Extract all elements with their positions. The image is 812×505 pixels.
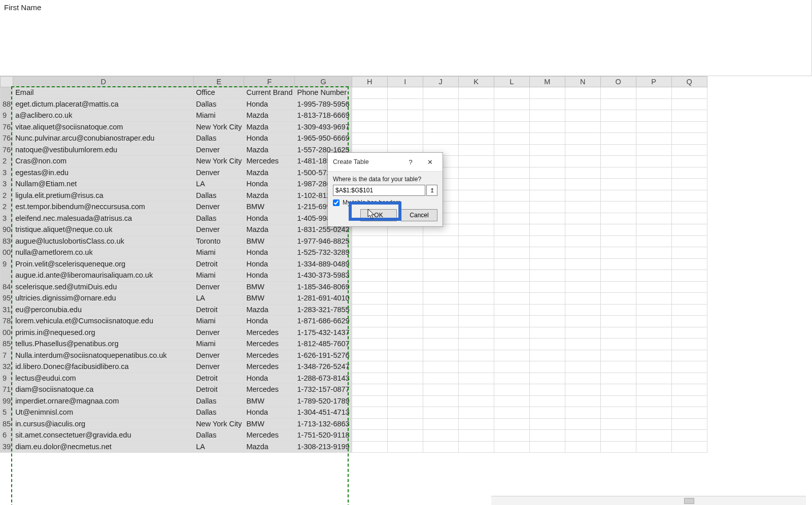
row-header[interactable]: 31 — [1, 304, 13, 316]
empty-cell[interactable] — [387, 121, 423, 133]
table-cell[interactable]: 1-185-346-8069 — [295, 281, 352, 293]
empty-cell[interactable] — [671, 395, 707, 407]
empty-cell[interactable] — [352, 235, 387, 247]
empty-cell[interactable] — [565, 156, 600, 167]
empty-cell[interactable] — [671, 179, 707, 190]
row-header[interactable]: 7 — [1, 350, 13, 361]
table-cell[interactable]: lectus@eudui.com — [13, 373, 194, 384]
empty-cell[interactable] — [423, 407, 458, 419]
table-cell[interactable]: eleifend.nec.malesuada@atrisus.ca — [13, 213, 194, 224]
table-cell[interactable]: a@aclibero.co.uk — [13, 110, 194, 122]
empty-cell[interactable] — [671, 235, 707, 247]
table-cell[interactable]: 1-995-789-5956 — [295, 98, 352, 110]
column-header-G[interactable]: G — [295, 77, 352, 87]
empty-cell[interactable] — [529, 87, 565, 99]
column-header-J[interactable]: J — [423, 77, 458, 87]
empty-cell[interactable] — [494, 384, 529, 396]
empty-cell[interactable] — [636, 373, 671, 384]
empty-cell[interactable] — [529, 407, 565, 419]
empty-cell[interactable] — [387, 418, 423, 430]
table-cell[interactable]: augue.id.ante@liberomaurisaliquam.co.uk — [13, 270, 194, 282]
empty-cell[interactable] — [458, 441, 494, 453]
empty-cell[interactable] — [600, 213, 636, 224]
formula-bar-text[interactable]: First Name — [0, 0, 811, 15]
empty-cell[interactable] — [423, 316, 458, 327]
table-cell[interactable]: Miami — [194, 247, 244, 259]
empty-cell[interactable] — [671, 110, 707, 122]
table-cell[interactable]: Honda — [244, 407, 295, 419]
table-cell[interactable]: New York City — [194, 121, 244, 133]
row-header[interactable]: 9 — [1, 373, 13, 384]
empty-cell[interactable] — [671, 316, 707, 327]
empty-cell[interactable] — [600, 258, 636, 270]
empty-cell[interactable] — [387, 395, 423, 407]
column-header-D[interactable]: D — [13, 77, 194, 87]
empty-cell[interactable] — [458, 213, 494, 224]
empty-cell[interactable] — [600, 418, 636, 430]
table-cell[interactable]: Dallas — [194, 98, 244, 110]
column-header-F[interactable]: F — [244, 77, 295, 87]
empty-cell[interactable] — [494, 98, 529, 110]
table-cell[interactable]: 1-626-191-5276 — [295, 350, 352, 361]
empty-cell[interactable] — [494, 190, 529, 201]
table-cell[interactable]: Toronto — [194, 235, 244, 247]
table-cell[interactable]: New York City — [194, 156, 244, 167]
empty-cell[interactable] — [458, 133, 494, 145]
empty-cell[interactable] — [352, 395, 387, 407]
empty-cell[interactable] — [600, 373, 636, 384]
empty-cell[interactable] — [600, 316, 636, 327]
table-cell[interactable]: Mazda — [244, 144, 295, 156]
empty-cell[interactable] — [352, 316, 387, 327]
table-cell[interactable]: Detroit — [194, 258, 244, 270]
empty-cell[interactable] — [671, 258, 707, 270]
table-cell[interactable]: Denver — [194, 350, 244, 361]
table-cell[interactable]: id.libero.Donec@facibusidlibero.ca — [13, 361, 194, 373]
empty-cell[interactable] — [671, 304, 707, 316]
empty-cell[interactable] — [636, 430, 671, 442]
row-header[interactable]: 76 — [1, 133, 13, 145]
empty-cell[interactable] — [529, 121, 565, 133]
row-header[interactable]: 95 — [1, 293, 13, 305]
empty-cell[interactable] — [458, 373, 494, 384]
table-header-cell[interactable]: Current Brand — [244, 87, 295, 99]
empty-cell[interactable] — [565, 121, 600, 133]
empty-cell[interactable] — [494, 156, 529, 167]
table-cell[interactable]: ultricies.dignissim@ornare.edu — [13, 293, 194, 305]
empty-cell[interactable] — [600, 350, 636, 361]
empty-cell[interactable] — [494, 224, 529, 236]
empty-cell[interactable] — [671, 133, 707, 145]
empty-cell[interactable] — [458, 110, 494, 122]
empty-cell[interactable] — [529, 418, 565, 430]
empty-cell[interactable] — [529, 384, 565, 396]
table-header-cell[interactable]: Phone Number — [295, 87, 352, 99]
table-cell[interactable]: est.tempor.bibendum@neccursusa.com — [13, 201, 194, 213]
dialog-help-button[interactable]: ? — [401, 156, 420, 168]
table-cell[interactable]: Ut@enimnisl.com — [13, 407, 194, 419]
empty-cell[interactable] — [494, 179, 529, 190]
empty-cell[interactable] — [494, 373, 529, 384]
table-cell[interactable]: 1-304-451-4713 — [295, 407, 352, 419]
empty-cell[interactable] — [529, 339, 565, 350]
empty-cell[interactable] — [565, 316, 600, 327]
empty-cell[interactable] — [529, 224, 565, 236]
table-cell[interactable]: Dallas — [194, 133, 244, 145]
empty-cell[interactable] — [494, 110, 529, 122]
empty-cell[interactable] — [671, 270, 707, 282]
empty-cell[interactable] — [494, 418, 529, 430]
empty-cell[interactable] — [423, 87, 458, 99]
empty-cell[interactable] — [352, 384, 387, 396]
empty-cell[interactable] — [636, 144, 671, 156]
empty-cell[interactable] — [352, 430, 387, 442]
empty-cell[interactable] — [458, 281, 494, 293]
empty-cell[interactable] — [600, 179, 636, 190]
empty-cell[interactable] — [600, 133, 636, 145]
empty-cell[interactable] — [600, 395, 636, 407]
empty-cell[interactable] — [423, 281, 458, 293]
empty-cell[interactable] — [529, 350, 565, 361]
table-cell[interactable]: Dallas — [194, 213, 244, 224]
empty-cell[interactable] — [600, 167, 636, 179]
table-cell[interactable]: egestas@in.edu — [13, 167, 194, 179]
empty-cell[interactable] — [423, 327, 458, 339]
empty-cell[interactable] — [423, 384, 458, 396]
empty-cell[interactable] — [352, 441, 387, 453]
